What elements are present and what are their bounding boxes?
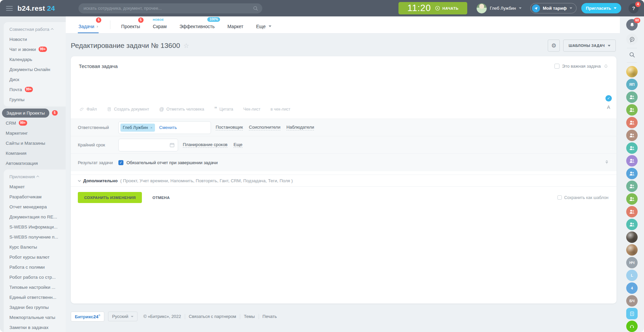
more-link[interactable]: Еще <box>233 142 242 148</box>
calendar-icon[interactable] <box>169 142 175 149</box>
task-description-area[interactable] <box>71 71 616 103</box>
sidebar-item-task-notes[interactable]: Заметки в задачах <box>4 322 66 332</box>
required-report-checkbox[interactable]: ✓ <box>118 160 123 165</box>
chat-avatar[interactable]: БЧ <box>626 295 638 307</box>
cancel-button[interactable]: ОТМЕНА <box>152 196 170 200</box>
sidebar-item-swebs-info[interactable]: S-WEBS Информаци... <box>4 222 66 232</box>
sidebar-item-chat[interactable]: Чат и звонки99+ <box>4 44 66 54</box>
sidebar-item-docs-online[interactable]: Документы Онлайн <box>4 64 66 74</box>
sidebar-item-news[interactable]: Новости <box>4 34 66 44</box>
additional-section-toggle[interactable]: Дополнительно ( Проект, Учет времени, На… <box>71 175 616 187</box>
sidebar-item-single-responsible[interactable]: Единый ответственн... <box>4 292 66 302</box>
chat-avatar[interactable]: НЧ <box>626 257 638 268</box>
timer-start-button[interactable]: НАЧАТЬ <box>435 5 459 11</box>
create-document-button[interactable]: Создать документ <box>107 107 149 112</box>
attach-file-button[interactable]: Файл <box>79 107 97 112</box>
text-mode-icon[interactable]: A <box>607 105 610 110</box>
chevron-right-icon[interactable]: › <box>97 24 98 29</box>
tab-market[interactable]: Маркет <box>227 16 244 33</box>
quote-button[interactable]: ” Цитата <box>214 107 233 112</box>
chat-avatar[interactable]: 4 <box>626 282 638 294</box>
group-chat-avatar[interactable] <box>626 206 638 217</box>
to-checklist-button[interactable]: в чек-лист <box>270 107 290 112</box>
sidebar-group-header[interactable]: Приложения <box>4 172 66 182</box>
important-task-checkbox[interactable] <box>554 64 559 69</box>
observers-link[interactable]: Наблюдатели <box>286 125 314 130</box>
spellcheck-icon[interactable]: ✓ <box>605 95 612 102</box>
chat-avatar[interactable]: ЯП <box>626 79 638 90</box>
user-menu[interactable]: Глеб Лужбин <box>477 3 522 13</box>
time-planning-link[interactable]: Планирование сроков <box>183 142 227 148</box>
change-responsible-link[interactable]: Сменить <box>159 125 177 130</box>
group-chat-avatar[interactable] <box>626 181 638 192</box>
sidebar-item-tasks-no-group[interactable]: Задачи без группы <box>4 302 66 312</box>
rail-search-button[interactable] <box>629 51 636 60</box>
responsible-chip[interactable]: Глеб Лужбин × <box>120 124 155 132</box>
chat-avatar[interactable] <box>626 231 638 243</box>
sidebar-item-mail[interactable]: Почта99+ <box>4 84 66 94</box>
tab-scrum[interactable]: НОВОЕ Скрам <box>152 16 167 33</box>
save-as-template-checkbox[interactable] <box>557 195 562 200</box>
sidebar-item-automation[interactable]: Автоматизация <box>0 158 66 168</box>
group-chat-avatar[interactable] <box>626 117 638 128</box>
sidebar-group-header[interactable]: Совместная работа <box>4 24 66 34</box>
app-shortcut[interactable] <box>626 308 638 319</box>
search-input[interactable] <box>78 3 262 13</box>
save-button[interactable]: СОХРАНИТЬ ИЗМЕНЕНИЯ <box>78 192 142 203</box>
sidebar-item-market[interactable]: Маркет <box>4 182 66 192</box>
logo[interactable]: b24.rest24 <box>17 4 55 12</box>
task-title-input[interactable]: Тестовая задача <box>79 63 118 69</box>
contact-partner-link[interactable]: Связаться с партнером <box>189 314 236 319</box>
group-chat-avatar[interactable] <box>626 104 638 116</box>
tab-projects[interactable]: Проекты 5 <box>120 16 141 33</box>
favorite-star-icon[interactable]: ☆ <box>183 42 189 49</box>
settings-gear-button[interactable]: ⚙ <box>548 40 560 52</box>
chat-avatar[interactable] <box>626 66 638 77</box>
themes-link[interactable]: Темы <box>244 314 255 319</box>
sidebar-item-marketing[interactable]: Маркетинг <box>0 128 66 138</box>
bitrix24-brand-button[interactable]: Битрикс24® <box>71 312 104 322</box>
mention-person-button[interactable]: @ Отметить человека <box>159 107 204 112</box>
sidebar-item-crm[interactable]: CRM99+ <box>0 118 66 128</box>
sidebar-item-tasks-projects[interactable]: Задачи и Проекты5 <box>0 108 66 118</box>
chat-avatar[interactable]: L <box>626 270 638 281</box>
help-button[interactable]: ? 4 <box>629 3 639 13</box>
sidebar-item-swebs-get[interactable]: S-WEBS получение п... <box>4 232 66 242</box>
group-chat-avatar[interactable] <box>626 219 638 230</box>
sidebar-item-calendar[interactable]: Календарь <box>4 54 66 64</box>
deadline-input[interactable] <box>118 139 178 151</box>
sidebar-item-developers[interactable]: Разработчикам <box>4 192 66 202</box>
group-chat-avatar[interactable] <box>626 155 638 167</box>
support-button[interactable] <box>626 321 638 332</box>
sidebar-item-fields-work[interactable]: Работа с полями <box>4 262 66 272</box>
task-templates-button[interactable]: ШАБЛОНЫ ЗАДАЧ <box>563 40 616 52</box>
group-chat-avatar[interactable] <box>626 142 638 154</box>
invite-button[interactable]: Пригласить <box>581 3 621 13</box>
pin-icon[interactable] <box>604 160 609 166</box>
my-plan-button[interactable]: Мой тариф <box>530 3 576 13</box>
sidebar-item-groups[interactable]: Группы <box>4 94 66 105</box>
group-chat-avatar[interactable] <box>626 91 638 103</box>
sidebar-item-drive[interactable]: Диск <box>4 74 66 84</box>
work-timer[interactable]: 11:20 НАЧАТЬ <box>398 2 467 14</box>
tab-more[interactable]: Еще <box>255 16 272 33</box>
sidebar-item-interportal-chats[interactable]: Межпортальные чаты <box>4 312 66 322</box>
sidebar-item-robot-currency[interactable]: Робот курсы валют <box>4 252 66 262</box>
sidebar-item-currency-rate[interactable]: Курс Валюты <box>4 242 66 252</box>
tab-efficiency[interactable]: Эффективность 100% <box>179 16 215 33</box>
sidebar-item-manager-report[interactable]: Отчет менеджера <box>4 202 66 212</box>
sidebar-item-default-settings[interactable]: Типовые настройки ... <box>4 282 66 292</box>
language-select[interactable]: Русский <box>108 312 138 321</box>
chat-panel-button[interactable] <box>626 34 638 45</box>
notifications-button[interactable]: 60 <box>626 19 638 30</box>
sidebar-item-rest-docs[interactable]: Документация по RE... <box>4 212 66 222</box>
print-link[interactable]: Печать <box>263 314 277 319</box>
participants-link[interactable]: Соисполнители <box>249 125 280 130</box>
menu-hamburger-icon[interactable] <box>6 6 13 11</box>
chat-avatar[interactable] <box>626 244 638 256</box>
sidebar-item-sites[interactable]: Сайты и Магазины <box>0 138 66 148</box>
tab-tasks[interactable]: Задачи › 5 <box>78 16 99 33</box>
creator-link[interactable]: Постановщик <box>216 125 243 130</box>
group-chat-avatar[interactable] <box>626 168 638 179</box>
remove-chip-icon[interactable]: × <box>150 126 152 130</box>
